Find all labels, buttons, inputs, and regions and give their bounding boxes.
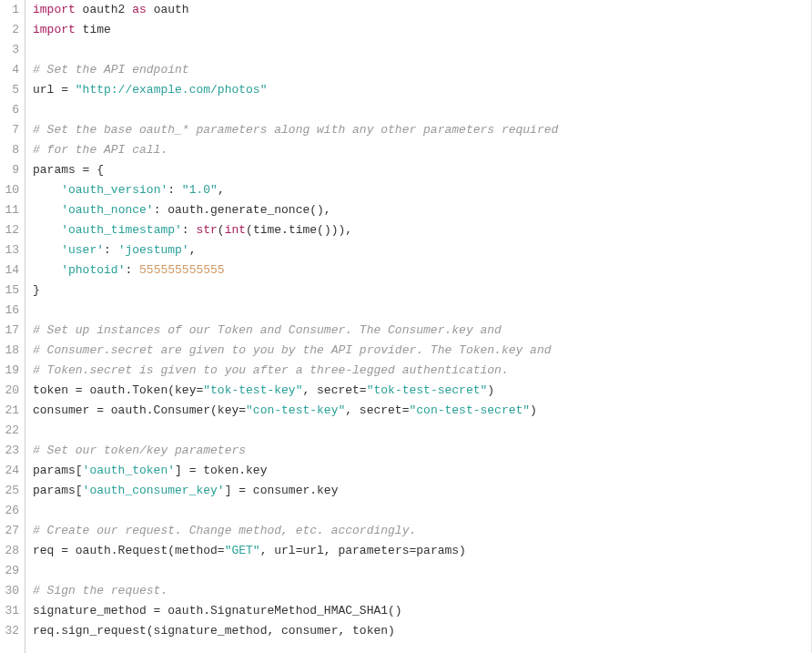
line-number: 9 [0,160,19,180]
line-number: 32 [0,621,19,641]
code-line[interactable]: 'oauth_version': "1.0", [33,180,811,200]
code-line[interactable]: # Create our request. Change method, etc… [33,521,811,541]
code-line[interactable] [33,561,811,581]
code-line[interactable]: # Sign the request. [33,581,811,601]
line-number: 12 [0,220,19,240]
code-line[interactable]: # Set our token/key parameters [33,441,811,461]
line-number: 4 [0,60,19,80]
line-number-gutter: 1234567891011121314151617181920212223242… [0,0,25,653]
line-number: 14 [0,260,19,281]
code-line[interactable]: # Set the base oauth_* parameters along … [33,120,811,140]
code-line[interactable] [33,40,811,60]
code-line[interactable]: # Token.secret is given to you after a t… [33,361,811,381]
line-number: 19 [0,361,19,381]
code-line[interactable]: signature_method = oauth.SignatureMethod… [33,601,811,621]
line-number: 23 [0,441,19,461]
code-area[interactable]: import oauth2 as oauthimport time# Set t… [25,0,812,653]
line-number: 1 [0,0,19,20]
line-number: 29 [0,561,19,581]
code-line[interactable]: token = oauth.Token(key="tok-test-key", … [33,381,811,401]
code-line[interactable] [33,421,811,441]
code-line[interactable]: 'oauth_timestamp': str(int(time.time()))… [33,220,811,240]
code-line[interactable]: params = { [33,160,811,180]
line-number: 3 [0,40,19,60]
code-line[interactable] [33,301,811,321]
code-line[interactable]: 'oauth_nonce': oauth.generate_nonce(), [33,200,811,220]
code-line[interactable] [33,100,811,120]
line-number: 11 [0,200,19,220]
code-line[interactable]: url = "http://example.com/photos" [33,80,811,100]
line-number: 5 [0,80,19,100]
line-number: 25 [0,481,19,501]
code-line[interactable]: params['oauth_consumer_key'] = consumer.… [33,481,811,501]
line-number: 27 [0,521,19,541]
code-line[interactable]: import oauth2 as oauth [33,0,811,20]
code-line[interactable]: # Set up instances of our Token and Cons… [33,321,811,341]
line-number: 26 [0,501,19,521]
line-number: 21 [0,401,19,421]
code-line[interactable]: import time [33,20,811,40]
code-line[interactable]: # Consumer.secret are given to you by th… [33,341,811,361]
code-line[interactable]: # for the API call. [33,140,811,160]
code-line[interactable]: req = oauth.Request(method="GET", url=ur… [33,541,811,561]
line-number: 10 [0,180,19,200]
line-number: 28 [0,541,19,561]
line-number: 16 [0,301,19,321]
line-number: 18 [0,341,19,361]
line-number: 2 [0,20,19,40]
line-number: 8 [0,140,19,160]
line-number: 15 [0,281,19,301]
code-line[interactable]: } [33,281,811,301]
code-line[interactable]: 'photoid': 555555555555 [33,260,811,281]
line-number: 24 [0,461,19,481]
line-number: 7 [0,120,19,140]
line-number: 20 [0,381,19,401]
code-line[interactable]: 'user': 'joestump', [33,240,811,260]
line-number: 31 [0,601,19,621]
code-line[interactable]: params['oauth_token'] = token.key [33,461,811,481]
line-number: 17 [0,321,19,341]
line-number: 22 [0,421,19,441]
code-line[interactable] [33,501,811,521]
line-number: 6 [0,100,19,120]
line-number: 30 [0,581,19,601]
code-line[interactable]: req.sign_request(signature_method, consu… [33,621,811,641]
code-line[interactable]: consumer = oauth.Consumer(key="con-test-… [33,401,811,421]
line-number: 13 [0,240,19,260]
code-viewer: 1234567891011121314151617181920212223242… [0,0,812,653]
code-line[interactable]: # Set the API endpoint [33,60,811,80]
